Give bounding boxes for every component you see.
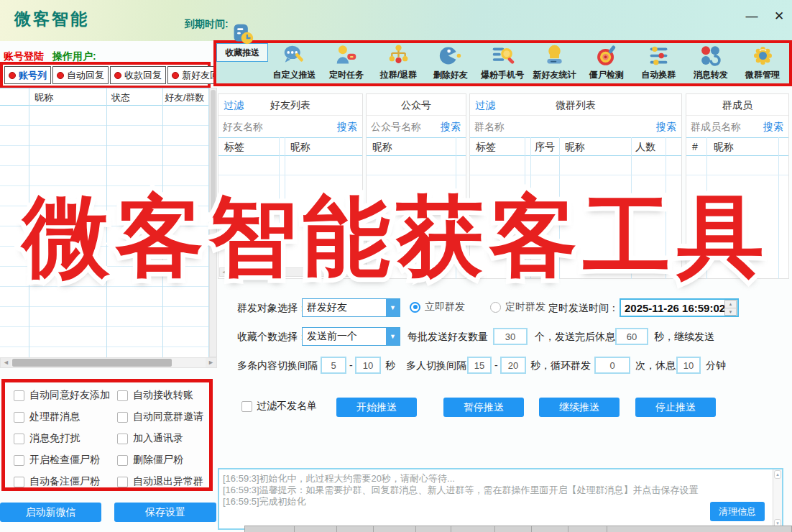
radio-send-now[interactable]: 立即群发	[410, 301, 465, 313]
official-search-link[interactable]: 搜索	[441, 121, 461, 134]
account-table-hscrollbar[interactable]: ◄ ►	[0, 357, 217, 368]
clear-log-button[interactable]: 清理信息	[710, 502, 765, 521]
group-manage-icon	[751, 43, 775, 68]
chevron-down-icon: ▼	[385, 299, 400, 316]
batch-size-input[interactable]	[493, 328, 528, 345]
option-mute-messages[interactable]: 消息免打扰	[14, 432, 80, 445]
toolbar-timed-task[interactable]: 定时任务	[321, 43, 372, 83]
toolbar-delete-friend[interactable]: 删除好友	[425, 43, 476, 83]
multi-min-input[interactable]	[321, 357, 346, 374]
checkbox-icon[interactable]	[14, 434, 24, 444]
save-settings-button[interactable]: 保存设置	[114, 503, 216, 522]
friends-col-nickname: 昵称	[290, 141, 310, 154]
friends-hscrollbar[interactable]: ◄►	[219, 267, 362, 277]
checkbox-icon[interactable]	[117, 390, 128, 401]
checkbox-icon[interactable]	[117, 477, 128, 487]
checkbox-icon[interactable]	[14, 455, 24, 466]
tab-auto-reply[interactable]: 自动回复	[52, 66, 109, 84]
radio-selected-icon[interactable]	[410, 302, 420, 313]
log-line: [16:59:5]完成初始化	[223, 495, 306, 508]
groups-search-link[interactable]: 搜索	[656, 121, 676, 134]
checkbox-icon[interactable]	[117, 412, 128, 423]
timed-send-label: 定时发送时间：	[548, 302, 619, 315]
toolbar-msg-forward[interactable]: 消息转发	[685, 43, 737, 83]
blast-phone-icon	[491, 43, 515, 68]
friends-col-tag: 标签	[224, 141, 244, 154]
person-max-input[interactable]	[500, 357, 526, 374]
friends-search-link[interactable]: 搜索	[337, 121, 357, 134]
toolbar-custom-push[interactable]: 自定义推送	[268, 43, 320, 83]
app-title: 微客智能	[14, 8, 89, 30]
column-counts: 好友/群数	[165, 91, 205, 104]
option-auto-quit-bad-group[interactable]: 自动退出异常群	[117, 475, 203, 488]
timed-send-datetime[interactable]: ▲▼	[620, 298, 739, 317]
red-dot-icon	[114, 72, 121, 79]
launch-new-wechat-button[interactable]: 启动新微信	[0, 503, 101, 522]
resume-push-button[interactable]: 继续推送	[539, 398, 620, 417]
toolbar-new-friend-stats[interactable]: 新好友统计	[528, 43, 580, 83]
loop-suffix-label: 次，休息	[635, 359, 676, 372]
stop-push-button[interactable]: 停止推送	[635, 398, 716, 417]
official-search-input[interactable]	[371, 119, 430, 134]
person-suffix-label: 秒，循环群发	[530, 359, 591, 372]
checkbox-icon[interactable]	[14, 477, 24, 487]
checkbox-icon[interactable]	[14, 390, 24, 401]
loop-rest-input[interactable]	[676, 357, 701, 374]
friends-filter-link[interactable]: 过滤	[224, 99, 244, 112]
multi-max-input[interactable]	[355, 357, 381, 374]
members-search-link[interactable]: 搜索	[763, 121, 783, 134]
log-vscrollbar[interactable]: ▲ ▼	[773, 469, 782, 528]
rest-seconds-input[interactable]	[615, 328, 648, 345]
checkbox-icon[interactable]	[241, 401, 252, 412]
person-interval-label: 多人切换间隔	[406, 359, 466, 372]
friends-search-input[interactable]	[223, 119, 309, 134]
toolbar-group-manage[interactable]: 微群管理	[737, 43, 788, 83]
toolbar-fav-push[interactable]: 收藏推送	[216, 43, 268, 62]
radio-send-timed[interactable]: 定时群发	[490, 301, 545, 313]
option-auto-receive-transfer[interactable]: 自动接收转账	[117, 389, 193, 402]
account-table-vscrollbar[interactable]	[209, 88, 217, 357]
checkbox-icon[interactable]	[117, 455, 128, 466]
option-handle-group-msg[interactable]: 处理群消息	[14, 411, 80, 423]
radio-icon[interactable]	[490, 302, 501, 313]
mass-target-select[interactable]: 群发好友 ▼	[302, 298, 400, 317]
delete-friend-icon	[438, 43, 462, 68]
expiry-label: 到期时间:	[185, 18, 229, 31]
loop-count-input[interactable]	[594, 357, 630, 374]
start-push-button[interactable]: 开始推送	[336, 398, 417, 417]
scroll-left-icon[interactable]: ◄	[1, 358, 11, 367]
custom-push-icon	[282, 43, 306, 68]
person-min-input[interactable]	[467, 357, 492, 374]
checkbox-icon[interactable]	[117, 434, 128, 444]
account-table-body	[0, 106, 209, 358]
tab-account-list[interactable]: 账号列	[4, 66, 51, 84]
option-auto-accept-group-invite[interactable]: 自动同意群邀请	[117, 411, 203, 423]
groups-filter-link[interactable]: 过滤	[475, 99, 495, 112]
datetime-input[interactable]	[621, 302, 724, 314]
toolbar-blast-phone[interactable]: 爆粉手机号	[476, 43, 528, 83]
option-auto-remark-zombie[interactable]: 自动备注僵尸粉	[14, 475, 100, 488]
toolbar-zombie-check[interactable]: 僵尸检测	[581, 43, 632, 83]
option-join-contacts[interactable]: 加入通讯录	[117, 432, 183, 445]
minimize-button[interactable]: —	[742, 7, 762, 26]
close-button[interactable]: ✕	[769, 7, 789, 26]
column-nickname: 昵称	[34, 91, 53, 104]
option-auto-accept-friend[interactable]: 自动同意好友添加	[14, 389, 110, 402]
fav-count-select[interactable]: 发送前一个 ▼	[302, 327, 400, 346]
account-table: 昵称 状态 好友/群数	[0, 88, 209, 357]
rest-suffix-label: 秒，继续发送	[654, 331, 714, 344]
tab-payment-reply[interactable]: 收款回复	[110, 66, 166, 84]
option-delete-zombie-fans[interactable]: 删除僵尸粉	[117, 454, 183, 467]
scroll-right-icon[interactable]: ►	[206, 358, 216, 367]
filter-no-send-option[interactable]: 过滤不发名单	[241, 400, 317, 413]
option-check-zombie-fans[interactable]: 开启检查僵尸粉	[14, 454, 100, 467]
scroll-up-icon[interactable]: ▲	[774, 470, 781, 479]
members-search-input[interactable]	[691, 119, 752, 134]
checkbox-icon[interactable]	[14, 412, 24, 423]
spinner-icon[interactable]: ▲▼	[724, 300, 737, 316]
fav-count-label: 收藏个数选择：	[237, 331, 308, 344]
pause-push-button[interactable]: 暂停推送	[443, 398, 524, 417]
toolbar-pull-quit-group[interactable]: 拉群/退群	[372, 43, 424, 83]
groups-search-input[interactable]	[474, 119, 601, 134]
toolbar-auto-switch-group[interactable]: 自动换群	[632, 43, 684, 83]
